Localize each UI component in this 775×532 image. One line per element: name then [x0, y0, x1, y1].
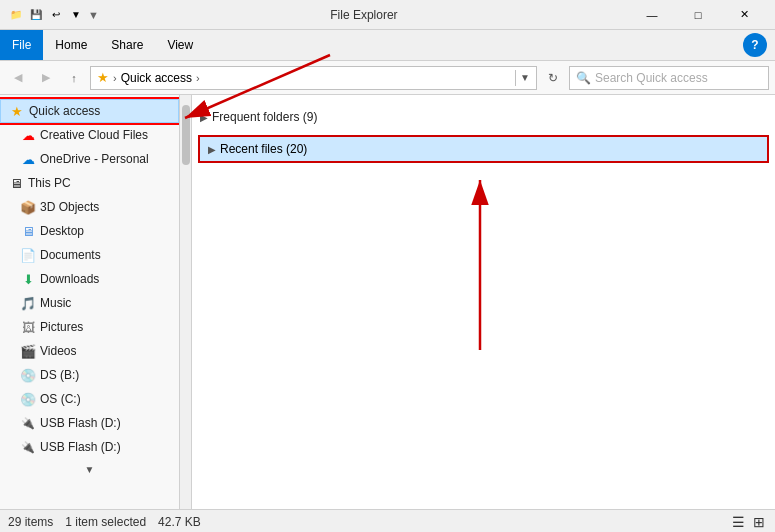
forward-button[interactable]: ▶ — [34, 66, 58, 90]
sidebar-scroll-thumb[interactable] — [182, 105, 190, 165]
onedrive-icon: ☁ — [20, 151, 36, 167]
sidebar-item-documents[interactable]: 📄 Documents — [0, 243, 179, 267]
os-c-icon: 💿 — [20, 391, 36, 407]
items-count: 29 items — [8, 515, 53, 529]
sidebar-item-label: DS (B:) — [40, 368, 79, 382]
sidebar-item-onedrive[interactable]: ☁ OneDrive - Personal — [0, 147, 179, 171]
sidebar-scrollbar[interactable] — [180, 95, 192, 509]
sidebar-item-videos[interactable]: 🎬 Videos — [0, 339, 179, 363]
file-size: 42.7 KB — [158, 515, 201, 529]
sidebar-item-music[interactable]: 🎵 Music — [0, 291, 179, 315]
sidebar-item-desktop[interactable]: 🖥 Desktop — [0, 219, 179, 243]
address-path[interactable]: ★ › Quick access › ▼ — [90, 66, 537, 90]
sidebar-item-label: Downloads — [40, 272, 99, 286]
ribbon: File Home Share View ? — [0, 30, 775, 61]
sidebar-item-usb-d[interactable]: 🔌 USB Flash (D:) — [0, 411, 179, 435]
recent-files-chevron-icon: ▶ — [208, 144, 216, 155]
sidebar-item-label: USB Flash (D:) — [40, 440, 121, 454]
view-controls: ☰ ⊞ — [730, 512, 767, 532]
frequent-folders-header[interactable]: ▶ Frequent folders (9) — [192, 103, 775, 131]
undo-icon: ↩ — [48, 7, 64, 23]
music-icon: 🎵 — [20, 295, 36, 311]
redo-icon: ▼ — [68, 7, 84, 23]
search-icon: 🔍 — [576, 71, 591, 85]
main-area: ★ Quick access ☁ Creative Cloud Files ☁ … — [0, 95, 775, 509]
sidebar-item-label: Pictures — [40, 320, 83, 334]
downloads-icon: ⬇ — [20, 271, 36, 287]
recent-files-label: Recent files (20) — [220, 142, 307, 156]
sidebar-item-label: Desktop — [40, 224, 84, 238]
path-chevron2-icon: › — [196, 72, 200, 84]
usb-d2-icon: 🔌 — [20, 439, 36, 455]
refresh-button[interactable]: ↻ — [541, 66, 565, 90]
title-bar: 📁 💾 ↩ ▼ ▼ File Explorer — □ ✕ — [0, 0, 775, 30]
ribbon-tabs: File Home Share View ? — [0, 30, 775, 60]
sidebar-item-downloads[interactable]: ⬇ Downloads — [0, 267, 179, 291]
selected-count: 1 item selected — [65, 515, 146, 529]
save-icon: 💾 — [28, 7, 44, 23]
close-button[interactable]: ✕ — [721, 0, 767, 30]
sidebar-item-quick-access[interactable]: ★ Quick access — [0, 99, 179, 123]
up-button[interactable]: ↑ — [62, 66, 86, 90]
tiles-view-button[interactable]: ⊞ — [751, 512, 767, 532]
search-box[interactable]: 🔍 Search Quick access — [569, 66, 769, 90]
recent-files-header[interactable]: ▶ Recent files (20) — [198, 135, 769, 163]
tab-share[interactable]: Share — [99, 30, 155, 60]
folder-icon: 📁 — [8, 7, 24, 23]
path-chevron-icon: › — [113, 72, 117, 84]
minimize-button[interactable]: — — [629, 0, 675, 30]
videos-icon: 🎬 — [20, 343, 36, 359]
sidebar-item-label: OneDrive - Personal — [40, 152, 149, 166]
sidebar-item-creative-cloud[interactable]: ☁ Creative Cloud Files — [0, 123, 179, 147]
status-bar: 29 items 1 item selected 42.7 KB ☰ ⊞ — [0, 509, 775, 532]
ds-b-icon: 💿 — [20, 367, 36, 383]
help-button[interactable]: ? — [743, 33, 767, 57]
address-dropdown-icon[interactable]: ▼ — [520, 72, 530, 83]
3d-objects-icon: 📦 — [20, 199, 36, 215]
sidebar-item-label: 3D Objects — [40, 200, 99, 214]
sidebar-item-3d-objects[interactable]: 📦 3D Objects — [0, 195, 179, 219]
sidebar: ★ Quick access ☁ Creative Cloud Files ☁ … — [0, 95, 180, 509]
documents-icon: 📄 — [20, 247, 36, 263]
sidebar-item-label: Documents — [40, 248, 101, 262]
sidebar-item-label: Videos — [40, 344, 76, 358]
this-pc-icon: 🖥 — [8, 175, 24, 191]
sidebar-item-label: This PC — [28, 176, 71, 190]
sidebar-item-label: Quick access — [29, 104, 100, 118]
sidebar-item-pictures[interactable]: 🖼 Pictures — [0, 315, 179, 339]
desktop-icon: 🖥 — [20, 223, 36, 239]
address-bar: ◀ ▶ ↑ ★ › Quick access › ▼ ↻ 🔍 Search Qu… — [0, 61, 775, 95]
frequent-folders-label: Frequent folders (9) — [212, 110, 317, 124]
sidebar-item-this-pc[interactable]: 🖥 This PC — [0, 171, 179, 195]
frequent-folders-chevron-icon: ▶ — [200, 112, 208, 123]
creative-cloud-icon: ☁ — [20, 127, 36, 143]
sidebar-item-label: USB Flash (D:) — [40, 416, 121, 430]
usb-d-icon: 🔌 — [20, 415, 36, 431]
sidebar-item-label: OS (C:) — [40, 392, 81, 406]
tab-file[interactable]: File — [0, 30, 43, 60]
title-bar-icons: 📁 💾 ↩ ▼ ▼ — [8, 7, 99, 23]
quick-access-star-icon: ★ — [9, 103, 25, 119]
window-title: File Explorer — [99, 8, 629, 22]
sidebar-scroll-down[interactable]: ▼ — [0, 459, 179, 479]
sidebar-item-label: Music — [40, 296, 71, 310]
maximize-button[interactable]: □ — [675, 0, 721, 30]
sidebar-item-label: Creative Cloud Files — [40, 128, 148, 142]
back-button[interactable]: ◀ — [6, 66, 30, 90]
tab-view[interactable]: View — [155, 30, 205, 60]
window-controls: — □ ✕ — [629, 0, 767, 30]
sidebar-item-ds-b[interactable]: 💿 DS (B:) — [0, 363, 179, 387]
path-label: Quick access — [121, 71, 192, 85]
pictures-icon: 🖼 — [20, 319, 36, 335]
search-placeholder: Search Quick access — [595, 71, 708, 85]
path-star-icon: ★ — [97, 70, 109, 85]
content-area: ▶ Frequent folders (9) ▶ Recent files (2… — [192, 95, 775, 509]
details-view-button[interactable]: ☰ — [730, 512, 747, 532]
tab-home[interactable]: Home — [43, 30, 99, 60]
sidebar-item-usb-d2[interactable]: 🔌 USB Flash (D:) — [0, 435, 179, 459]
sidebar-item-os-c[interactable]: 💿 OS (C:) — [0, 387, 179, 411]
